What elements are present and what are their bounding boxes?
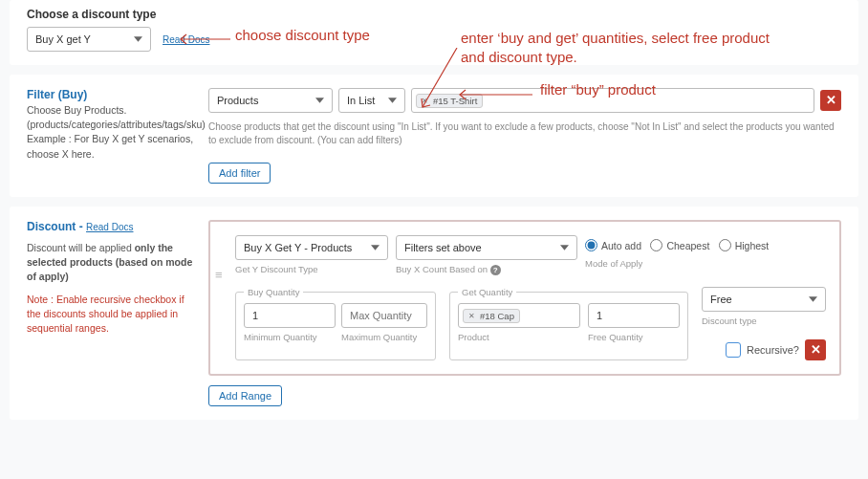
count-based-select[interactable]: Filters set above [396, 235, 577, 260]
discount-kind-sublabel: Discount type [702, 316, 826, 326]
get-type-sublabel: Get Y Discount Type [235, 264, 388, 274]
filter-heading: Filter (Buy) [27, 88, 197, 101]
add-range-button[interactable]: Add Range [208, 385, 282, 406]
buy-qty-fieldset: Buy Quantity Minimum Quantity Maximum Qu… [235, 287, 436, 360]
apply-auto-radio[interactable]: Auto add [585, 239, 641, 251]
info-icon[interactable]: ? [490, 265, 501, 275]
filter-token[interactable]: ✕ #15 T-Shirt [416, 94, 483, 108]
discount-kind-select[interactable]: Free [702, 287, 826, 312]
token-remove-icon[interactable]: ✕ [468, 312, 475, 320]
recursive-checkbox[interactable] [726, 342, 741, 358]
free-qty-sublabel: Free Quantity [588, 332, 680, 342]
apply-sublabel: Mode of Apply [585, 258, 826, 269]
filter-value-box[interactable]: ✕ #15 T-Shirt [411, 88, 814, 113]
discount-type-heading: Choose a discount type [27, 8, 841, 21]
drag-handle-icon[interactable]: ≡ [215, 273, 223, 277]
discount-desc: Discount will be applied only the select… [27, 241, 197, 285]
discount-heading: Discount - [27, 220, 83, 233]
apply-highest-radio[interactable]: Highest [719, 239, 770, 251]
add-filter-button[interactable]: Add filter [208, 163, 271, 184]
apply-cheapest-radio[interactable]: Cheapest [650, 239, 709, 251]
get-qty-fieldset: Get Quantity ✕ #18 Cap Product [449, 287, 688, 360]
get-qty-legend: Get Quantity [458, 287, 516, 297]
discount-type-select[interactable]: Buy X get Y [27, 27, 151, 52]
get-discount-type-select[interactable]: Buy X Get Y - Products [235, 235, 388, 260]
filter-hint: Choose products that get the discount us… [208, 120, 841, 147]
buy-qty-legend: Buy Quantity [244, 287, 303, 297]
discount-range-box: ≡ Buy X Get Y - Products Get Y Discount … [208, 220, 841, 376]
filter-desc: Choose Buy Products. (products/categorie… [27, 103, 197, 162]
discount-section: Discount - Read Docs Discount will be ap… [10, 207, 858, 420]
buy-max-sublabel: Maximum Quantity [341, 332, 427, 342]
get-product-box[interactable]: ✕ #18 Cap [458, 303, 580, 328]
get-product-token[interactable]: ✕ #18 Cap [463, 309, 520, 323]
discount-note: Note : Enable recursive checkbox if the … [27, 293, 197, 337]
token-remove-icon[interactable]: ✕ [422, 97, 428, 105]
discount-docs-link[interactable]: Read Docs [86, 222, 133, 232]
range-delete-button[interactable]: ✕ [805, 339, 826, 360]
free-qty-input[interactable] [588, 303, 680, 328]
read-docs-link[interactable]: Read Docs [163, 34, 209, 45]
buy-min-sublabel: Minimum Quantity [244, 332, 336, 342]
buy-min-input[interactable] [244, 303, 336, 328]
recursive-label: Recursive? [747, 344, 799, 356]
get-product-sublabel: Product [458, 332, 580, 342]
discount-type-section: Choose a discount type Buy X get Y Read … [10, 0, 858, 65]
filter-field-select[interactable]: Products [208, 88, 333, 113]
filter-condition-select[interactable]: In List [338, 88, 405, 113]
filter-section: Filter (Buy) Choose Buy Products. (produ… [10, 75, 858, 197]
filter-delete-button[interactable]: ✕ [820, 90, 841, 111]
count-based-sublabel: Buy X Count Based on ? [396, 264, 577, 275]
buy-max-input[interactable] [341, 303, 427, 328]
